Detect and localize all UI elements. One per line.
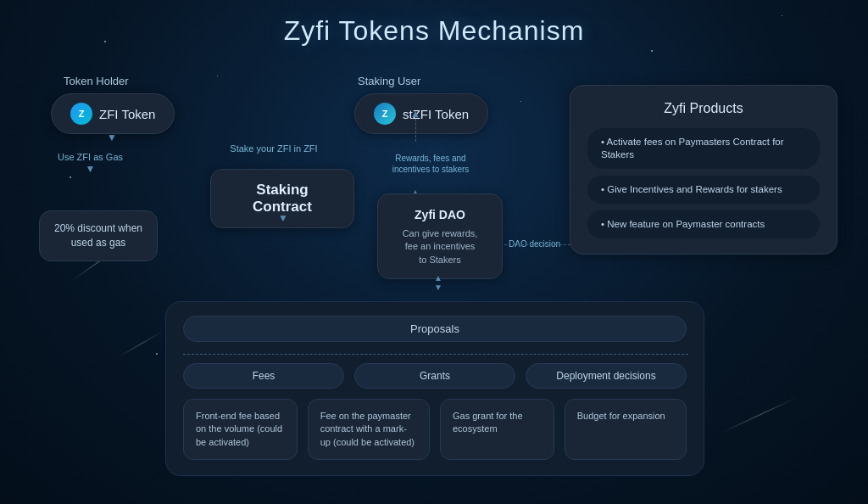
deployment-col-header: Deployment decisions [526,363,687,389]
discount-box: 20% discount when used as gas [39,210,158,261]
dashed-dao-products [504,244,570,245]
arrow-stzfi-up: ▲ [410,108,420,120]
zyfi-products-panel: Zyfi Products • Activate fees on Paymast… [570,85,837,255]
zyfi-dao-box: Zyfi DAO Can give rewards,fee an incenti… [377,193,503,279]
proposal-fees1: Front-end fee based on the volume (could… [183,399,298,460]
product-item-3: • New feature on Paymaster contracts [587,210,820,238]
token-holder-label: Token Holder [64,75,129,87]
use-zfi-label: Use ZFI as Gas ▼ [58,151,123,176]
proposals-title: Proposals [183,316,687,342]
fees-col-header: Fees [183,363,344,389]
grants-col-header: Grants [354,363,515,389]
arrow-zfi-down: ▼ [107,132,117,143]
proposal-fees2: Fee on the paymaster contract with a mar… [308,399,430,460]
proposals-cols: Fees Grants Deployment decisions [183,363,687,389]
double-arrow-dao: ▲ ▼ [434,273,442,292]
rewards-label: Rewards, fees and incentives to stakers [388,153,473,175]
proposals-box: Proposals Fees Grants Deployment decisio… [165,301,704,476]
zfi-token-box: Z ZFI Token [51,93,175,134]
staking-contract-title: Staking Contract [253,182,312,215]
zfi-icon: Z [70,103,92,125]
arrow-stake-down: ▼ [278,212,288,224]
stzfi-icon: Z [374,103,396,125]
proposals-items: Front-end fee based on the volume (could… [183,399,687,460]
proposal-deploy1: Budget for expansion [565,399,687,460]
zyfi-products-title: Zyfi Products [587,101,820,116]
page-title: Zyfi Tokens Mechanism [0,15,868,47]
stzfi-token-box: Z stZFI Token [354,93,488,134]
staking-user-label: Staking User [358,75,420,87]
zyfi-dao-title: Zyfi DAO [393,206,487,224]
stake-label: Stake your ZFI in ZFI [227,143,320,154]
zyfi-dao-desc: Can give rewards,fee an incentivesto Sta… [393,227,487,266]
discount-text: 20% discount when used as gas [54,222,142,249]
proposal-grants1: Gas grant for the ecosystem [440,399,554,460]
dashed-proposals-h [183,354,688,355]
product-item-2: • Give Incentives and Rewards for staker… [587,176,820,204]
zfi-token-label: ZFI Token [99,107,155,121]
product-item-1: • Activate fees on Paymasters Contract f… [587,128,820,169]
